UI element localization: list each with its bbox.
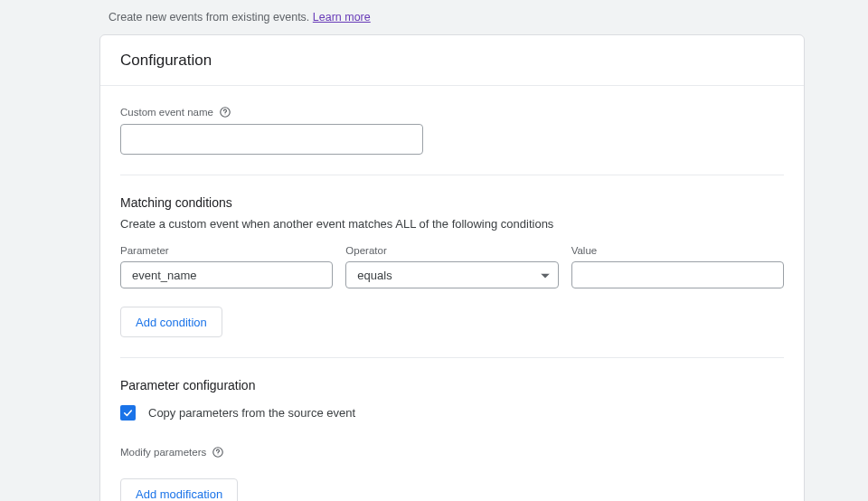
modify-parameters-label-row: Modify parameters [120, 446, 784, 458]
card-header: Configuration [100, 35, 804, 86]
card-title: Configuration [120, 52, 784, 70]
configuration-card: Configuration Custom event name [99, 34, 805, 501]
intro-text-content: Create new events from existing events. [108, 11, 309, 24]
learn-more-link[interactable]: Learn more [313, 11, 371, 24]
intro-text: Create new events from existing events. … [0, 0, 868, 34]
custom-event-name-input[interactable] [120, 124, 423, 155]
modify-parameters-label: Modify parameters [120, 447, 206, 458]
add-modification-button[interactable]: Add modification [120, 478, 238, 501]
custom-event-label-row: Custom event name [120, 106, 784, 118]
matching-conditions-section: Matching conditions Create a custom even… [120, 195, 784, 358]
help-icon[interactable] [219, 106, 231, 118]
parameter-column-label: Parameter [120, 245, 333, 256]
copy-parameters-row: Copy parameters from the source event [120, 405, 784, 421]
matching-description: Create a custom event when another event… [120, 217, 784, 231]
condition-operator-value: equals [357, 269, 392, 282]
add-condition-button[interactable]: Add condition [120, 307, 222, 337]
parameter-configuration-section: Parameter configuration Copy parameters … [120, 378, 784, 501]
matching-title: Matching conditions [120, 195, 784, 210]
value-column-label: Value [571, 245, 784, 256]
svg-point-1 [225, 114, 226, 115]
copy-parameters-label: Copy parameters from the source event [148, 406, 355, 420]
operator-column-label: Operator [345, 245, 558, 256]
custom-event-label: Custom event name [120, 107, 213, 118]
condition-row: Parameter Operator equals [120, 245, 784, 288]
custom-event-section: Custom event name [120, 106, 784, 175]
condition-value-input[interactable] [571, 261, 784, 288]
svg-point-3 [218, 454, 219, 455]
condition-parameter-input[interactable] [120, 261, 333, 288]
param-config-title: Parameter configuration [120, 378, 784, 392]
copy-parameters-checkbox[interactable] [120, 405, 136, 421]
help-icon[interactable] [212, 446, 224, 458]
condition-operator-select[interactable]: equals [345, 261, 558, 288]
